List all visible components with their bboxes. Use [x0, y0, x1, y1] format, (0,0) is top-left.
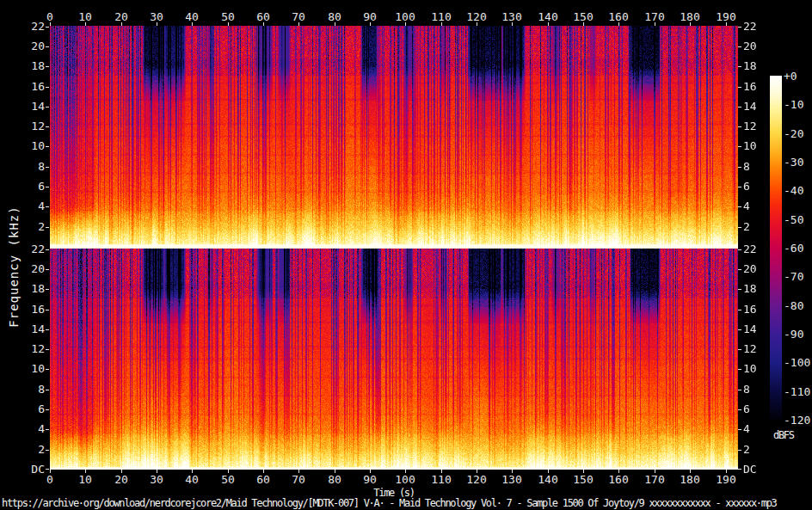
time-tick-top	[85, 22, 86, 26]
y-axis-title: Frequency (kHz)	[7, 206, 21, 327]
file-path-caption: https://archive·org/download/nerdcorejco…	[2, 497, 777, 509]
time-tick-top	[121, 22, 122, 26]
time-tick-label-top: 120	[466, 11, 486, 22]
colorbar-title: dBFS	[773, 429, 794, 441]
freq-tick-label-left: 6	[14, 403, 45, 415]
freq-tick-left	[46, 107, 49, 108]
time-tick-label-top: 10	[78, 11, 92, 22]
time-tick-label-top: 170	[644, 11, 664, 22]
dc-tick-left	[46, 469, 49, 470]
colorbar-tick-label: -40	[784, 185, 803, 196]
time-tick-top	[690, 22, 691, 26]
freq-tick-label-right: 22	[743, 243, 757, 255]
freq-tick-label-right: 6	[743, 403, 750, 415]
freq-tick-left	[46, 390, 49, 390]
freq-tick-right	[738, 369, 741, 370]
freq-tick-label-right: 12	[743, 343, 757, 354]
freq-tick-right	[738, 269, 741, 270]
time-tick-label-bottom: 70	[292, 474, 305, 485]
time-tick-label-top: 0	[46, 11, 53, 22]
time-tick-top	[726, 22, 727, 26]
freq-tick-label-right: 10	[743, 363, 757, 374]
time-tick-label-top: 30	[150, 11, 163, 22]
time-tick-label-bottom: 120	[466, 474, 486, 485]
freq-tick-left	[46, 206, 49, 207]
freq-tick-right	[738, 46, 741, 47]
freq-tick-label-right: 6	[743, 181, 750, 192]
freq-tick-right	[738, 450, 741, 451]
freq-tick-label-left: 2	[14, 444, 45, 455]
colorbar-tick-label: -20	[784, 128, 803, 139]
dc-label-left: DC	[14, 464, 45, 475]
time-tick-label-bottom: 100	[395, 474, 415, 485]
time-tick-top	[298, 22, 299, 26]
freq-tick-left	[46, 310, 49, 310]
time-tick-top	[655, 22, 655, 26]
spectrogram-figure: 0010102020303040405050606070708080909010…	[0, 0, 812, 510]
freq-tick-left	[46, 87, 49, 88]
colorbar-tick-label: -100	[784, 357, 810, 368]
freq-tick-label-right: 18	[743, 283, 757, 294]
time-tick-label-bottom: 140	[538, 474, 557, 485]
time-tick-label-bottom: 170	[644, 474, 664, 485]
freq-tick-label-left: 6	[14, 181, 45, 192]
colorbar-gradient-canvas	[770, 76, 782, 420]
time-tick-label-bottom: 130	[501, 474, 521, 485]
time-tick-label-bottom: 30	[150, 474, 163, 485]
time-tick-label-bottom: 20	[114, 474, 128, 485]
freq-tick-label-left: 8	[14, 384, 45, 395]
time-tick-label-top: 180	[680, 11, 699, 22]
time-tick-label-top: 110	[431, 11, 451, 22]
freq-tick-left	[46, 227, 49, 228]
freq-tick-left	[46, 187, 49, 187]
freq-tick-right	[738, 409, 741, 410]
time-tick-label-bottom: 90	[363, 474, 377, 485]
freq-tick-label-left: 10	[14, 363, 45, 374]
colorbar-tick-label: -110	[784, 386, 810, 397]
time-tick-label-top: 60	[256, 11, 270, 22]
freq-tick-left	[46, 409, 49, 410]
time-tick-top	[583, 22, 584, 26]
colorbar-tick-label: -10	[784, 99, 803, 110]
freq-tick-left	[46, 329, 49, 330]
freq-tick-left	[46, 167, 49, 168]
time-tick-top	[192, 22, 193, 26]
colorbar-tick-label: -80	[784, 300, 803, 311]
colorbar-tick-label: -60	[784, 243, 803, 254]
time-tick-label-top: 80	[328, 11, 341, 22]
freq-tick-label-right: 10	[743, 140, 757, 151]
time-tick-label-bottom: 160	[608, 474, 628, 485]
time-tick-label-top: 20	[114, 11, 128, 22]
freq-tick-label-right: 22	[743, 21, 757, 32]
freq-tick-right	[738, 27, 741, 28]
freq-tick-label-right: 18	[743, 60, 757, 71]
freq-tick-right	[738, 87, 741, 88]
colorbar-tick-label: -50	[784, 214, 803, 225]
freq-tick-right	[738, 187, 741, 187]
freq-tick-right	[738, 349, 741, 350]
freq-tick-label-right: 16	[743, 304, 757, 315]
freq-tick-right	[738, 167, 741, 168]
freq-tick-label-left: 14	[14, 101, 45, 112]
time-tick-label-top: 190	[716, 11, 735, 22]
freq-tick-left	[46, 46, 49, 47]
freq-tick-left	[46, 369, 49, 370]
freq-tick-label-right: 4	[743, 200, 750, 212]
time-tick-label-top: 150	[573, 11, 593, 22]
freq-tick-right	[738, 390, 741, 390]
time-tick-top	[512, 22, 513, 26]
freq-tick-label-left: 16	[14, 81, 45, 92]
time-tick-top	[618, 22, 619, 26]
freq-tick-left	[46, 27, 49, 28]
time-tick-label-bottom: 80	[328, 474, 341, 485]
freq-tick-right	[738, 66, 741, 67]
dc-label-right: DC	[743, 464, 757, 475]
freq-tick-label-right: 4	[743, 423, 750, 434]
colorbar-tick-label: -90	[784, 329, 803, 340]
time-tick-label-bottom: 0	[46, 474, 53, 485]
time-tick-label-bottom: 190	[716, 474, 735, 485]
time-tick-label-bottom: 180	[680, 474, 699, 485]
time-tick-label-bottom: 40	[185, 474, 199, 485]
freq-tick-right	[738, 146, 741, 147]
freq-tick-label-left: 10	[14, 140, 45, 151]
